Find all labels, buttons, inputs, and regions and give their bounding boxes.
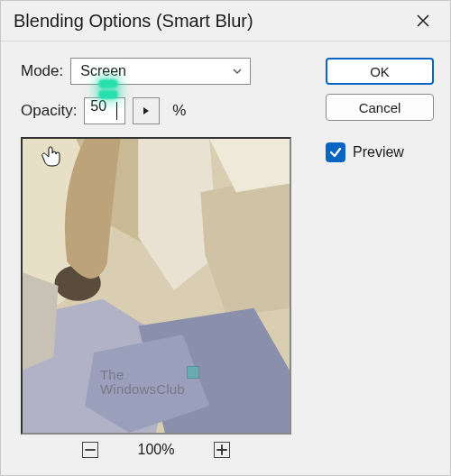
controls-column: Mode: Screen Opacity: 50 % <box>21 58 304 466</box>
watermark-text: The WindowsClub <box>100 368 185 397</box>
preview-toggle-row: Preview <box>326 142 434 162</box>
ok-button[interactable]: OK <box>326 58 434 85</box>
preview-wrapper: The WindowsClub 100% <box>21 137 304 458</box>
zoom-bar: 100% <box>21 435 291 458</box>
dialog-body: Mode: Screen Opacity: 50 % <box>1 41 450 475</box>
preview-checkbox[interactable] <box>326 142 345 162</box>
text-caret <box>116 102 117 120</box>
preview-label: Preview <box>353 144 404 160</box>
mode-label: Mode: <box>21 62 63 80</box>
mode-value: Screen <box>80 63 126 79</box>
opacity-label: Opacity: <box>21 102 77 120</box>
titlebar: Blending Options (Smart Blur) <box>1 1 450 41</box>
check-icon <box>329 146 342 159</box>
opacity-row: Opacity: 50 % <box>21 97 304 124</box>
watermark-line1: The <box>100 368 185 382</box>
zoom-level: 100% <box>138 442 175 458</box>
zoom-in-button[interactable] <box>214 442 230 458</box>
triangle-right-icon <box>142 106 151 115</box>
opacity-input[interactable]: 50 <box>84 97 125 124</box>
minus-icon <box>83 443 97 457</box>
plus-icon <box>215 443 229 457</box>
hand-cursor-icon <box>41 144 66 169</box>
zoom-out-button[interactable] <box>82 442 98 458</box>
mode-row: Mode: Screen <box>21 58 304 85</box>
close-icon <box>416 14 430 28</box>
dialog-title: Blending Options (Smart Blur) <box>14 11 253 32</box>
mode-select[interactable]: Screen <box>70 58 251 85</box>
opacity-unit: % <box>172 102 186 120</box>
highlight-marker <box>98 79 118 88</box>
buttons-column: OK Cancel Preview <box>326 58 434 466</box>
preview-canvas[interactable]: The WindowsClub <box>21 137 291 435</box>
blending-options-dialog: Blending Options (Smart Blur) Mode: Scre… <box>0 0 451 476</box>
opacity-stepper[interactable] <box>133 97 160 124</box>
watermark-square <box>187 366 199 379</box>
cancel-button[interactable]: Cancel <box>326 94 434 121</box>
cancel-label: Cancel <box>359 100 401 115</box>
chevron-down-icon <box>232 66 243 77</box>
close-button[interactable] <box>405 6 441 35</box>
highlight-marker <box>98 90 118 99</box>
ok-label: OK <box>370 64 390 79</box>
watermark-line2: WindowsClub <box>100 382 185 397</box>
opacity-value: 50 <box>90 98 106 114</box>
